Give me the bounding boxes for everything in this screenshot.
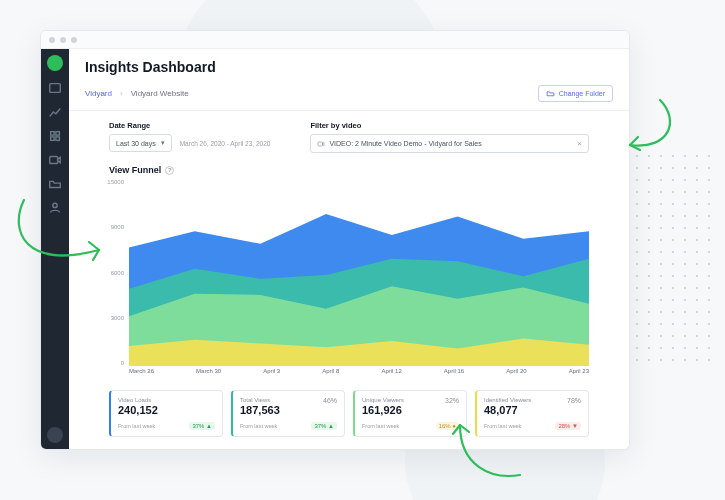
svg-rect-3 [51,137,55,141]
analytics-icon[interactable] [48,105,62,119]
svg-rect-2 [56,132,60,136]
window-titlebar [41,31,629,49]
breadcrumb: Vidyard › Vidyard Website [85,89,189,98]
video-icon [317,140,325,148]
metric-value: 240,152 [118,404,158,416]
metric-value: 187,563 [240,404,280,416]
svg-rect-7 [318,142,323,146]
metric-label: Total Views [240,397,280,403]
metric-sub: From last week [118,423,155,429]
app-window: Insights Dashboard Vidyard › Vidyard Web… [40,30,630,450]
metric-sub: From last week [240,423,277,429]
window-dot [49,37,55,43]
metric-value: 161,926 [362,404,404,416]
metric-label: Identified Viewers [484,397,531,403]
chart-title-row: View Funnel ? [109,165,589,175]
metric-sub: From last week [362,423,399,429]
avatar[interactable] [47,427,63,443]
metric-pct: 78% [567,397,581,404]
metric-delta: 28% ▼ [555,422,581,430]
date-range-caption: March 26, 2020 - April 23, 2020 [180,140,271,147]
app-logo[interactable] [47,55,63,71]
date-range-value: Last 30 days [116,140,156,147]
date-range-dropdown[interactable]: Last 30 days ▾ [109,134,172,152]
metric-label: Video Loads [118,397,158,403]
chart-plot [129,179,589,366]
video-icon[interactable] [48,153,62,167]
svg-rect-4 [56,137,60,141]
svg-rect-5 [50,157,58,164]
change-folder-label: Change Folder [559,90,605,97]
metric-card[interactable]: Total Views187,56346%From last week37% ▲ [231,390,345,437]
breadcrumb-root[interactable]: Vidyard [85,89,112,98]
date-range-label: Date Range [109,121,270,130]
window-dot [60,37,66,43]
window-dot [71,37,77,43]
metric-label: Unique Viewers [362,397,404,403]
svg-rect-0 [50,84,61,93]
home-icon[interactable] [48,81,62,95]
metric-pct: 46% [323,397,337,404]
x-axis-labels: March 26March 30April 3April 8April 12Ap… [129,368,589,380]
library-icon[interactable] [48,129,62,143]
filter-control: Filter by video VIDEO: 2 Minute Video De… [310,121,589,153]
svg-rect-1 [51,132,55,136]
chart: 150009000600030000 March 26March 30April… [109,179,589,380]
main-panel: Insights Dashboard Vidyard › Vidyard Web… [69,49,629,449]
clear-filter-icon[interactable]: × [577,139,582,148]
metric-card[interactable]: Video Loads240,152From last week37% ▲ [109,390,223,437]
metric-delta: 37% ▲ [189,422,215,430]
filter-dropdown[interactable]: VIDEO: 2 Minute Video Demo - Vidyard for… [310,134,589,153]
metric-delta: 37% ▲ [311,422,337,430]
chevron-down-icon: ▾ [161,139,165,147]
filter-value: VIDEO: 2 Minute Video Demo - Vidyard for… [329,140,481,147]
date-range-control: Date Range Last 30 days ▾ March 26, 2020… [109,121,270,153]
breadcrumb-sep: › [120,89,123,98]
info-icon[interactable]: ? [165,166,174,175]
chart-title: View Funnel [109,165,161,175]
breadcrumb-current: Vidyard Website [131,89,189,98]
folder-icon[interactable] [48,177,62,191]
filter-label: Filter by video [310,121,589,130]
folder-icon [546,89,555,98]
page-title: Insights Dashboard [85,59,613,75]
metric-pct: 32% [445,397,459,404]
